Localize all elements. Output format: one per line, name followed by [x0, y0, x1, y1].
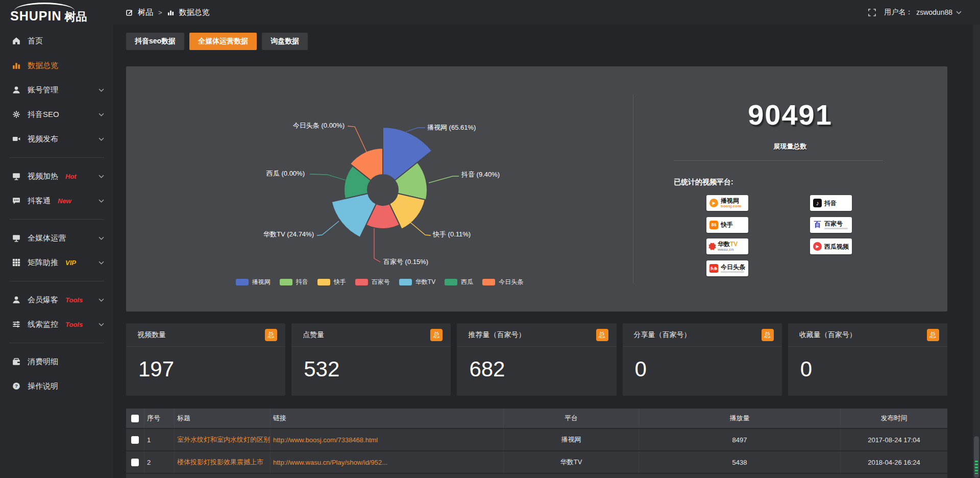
- row-checkbox[interactable]: [131, 436, 139, 444]
- user-menu[interactable]: 用户名：zswodun88: [884, 8, 962, 17]
- stat-card-header: 分享量（百家号）总: [623, 323, 782, 347]
- pie-leader-line: [374, 228, 380, 262]
- stat-card-header: 推荐量（百家号）总: [457, 323, 616, 347]
- legend-item-0[interactable]: 播视网: [236, 278, 271, 286]
- platform-name: 快手: [721, 222, 733, 228]
- tab-2[interactable]: 询盘数据: [262, 33, 308, 50]
- column-header-0[interactable]: 序号: [147, 414, 160, 423]
- boosj-logo-icon: ▶: [709, 199, 718, 207]
- tab-0[interactable]: 抖音seo数据: [126, 33, 184, 50]
- sidebar-item-wallet-15[interactable]: 消费明细: [0, 349, 113, 374]
- legend-swatch: [445, 279, 457, 285]
- pie-label: 播视网 (65.61%): [427, 124, 476, 131]
- tab-1[interactable]: 全媒体运营数据: [189, 33, 257, 50]
- table-row-0: 1室外水纹灯和室内水纹灯的区别和简介http://www.boosj.com/7…: [126, 429, 947, 451]
- sidebar-nav: 首页数据总览账号管理抖音SEO视频发布视频加热Hot抖客通New全媒体运营矩阵助…: [0, 25, 113, 478]
- legend-label: 今日头条: [499, 278, 523, 286]
- sidebar-item-monitor-6[interactable]: 视频加热Hot: [0, 164, 113, 188]
- cell-link[interactable]: http://www.wasu.cn/Play/show/id/952...: [273, 459, 387, 466]
- cell-title[interactable]: 楼体投影灯投影效果震撼上市: [177, 458, 263, 467]
- scrollbar-thumb[interactable]: [974, 436, 979, 478]
- sidebar-item-question-16[interactable]: ?操作说明: [0, 374, 113, 398]
- page-scrollbar[interactable]: [973, 25, 980, 478]
- total-badge: 总: [596, 329, 608, 341]
- chat-icon: [12, 197, 20, 205]
- legend-item-4[interactable]: 华数TV: [399, 278, 435, 286]
- column-header-2[interactable]: 链接: [273, 414, 286, 423]
- sidebar-item-user-12[interactable]: 会员爆客Tools: [0, 288, 113, 312]
- sidebar-item-label: 会员爆客: [28, 295, 58, 305]
- breadcrumb-current[interactable]: 数据总览: [179, 8, 210, 17]
- breadcrumb: 树品 > 数据总览: [126, 0, 210, 25]
- sidebar-item-label: 首页: [28, 36, 43, 46]
- legend-item-5[interactable]: 西瓜: [445, 278, 473, 286]
- legend-label: 百家号: [372, 278, 390, 286]
- stat-card-value: 532: [304, 357, 451, 381]
- legend-item-6[interactable]: 今日头条: [482, 278, 523, 286]
- pie-leader-line: [348, 126, 368, 155]
- column-header-3[interactable]: 平台: [565, 414, 578, 423]
- platform-name-suffix: TV: [730, 241, 738, 248]
- stat-card-3: 分享量（百家号）总0: [623, 323, 782, 396]
- chevron-down-icon: [99, 88, 104, 92]
- sidebar-item-label: 消费明细: [28, 357, 58, 367]
- top-header: SHUPIN 树品 树品 > 数据总览 用户名：zswodun88: [0, 0, 980, 25]
- sidebar-item-monitor-9[interactable]: 全媒体运营: [0, 226, 113, 250]
- pie-label: 百家号 (0.15%): [383, 258, 428, 266]
- sidebar-item-chart-1[interactable]: 数据总览: [0, 53, 113, 78]
- column-header-1[interactable]: 标题: [177, 414, 190, 423]
- breadcrumb-home[interactable]: 树品: [138, 8, 153, 17]
- legend-item-1[interactable]: 抖音: [280, 278, 308, 286]
- breadcrumb-separator: >: [158, 9, 162, 16]
- legend-swatch: [482, 279, 495, 285]
- total-badge: 总: [430, 329, 443, 341]
- stat-card-title: 视频数量: [137, 330, 166, 340]
- pie-leader-line: [406, 128, 425, 132]
- home-icon: [12, 37, 20, 45]
- pie-label: 今日头条 (0.00%): [293, 122, 345, 129]
- sidebar-item-tag: Hot: [65, 173, 77, 180]
- column-header-5[interactable]: 发布时间: [881, 414, 908, 423]
- chevron-down-icon: [99, 137, 104, 141]
- cell-title[interactable]: 室外水纹灯和室内水纹灯的区别和简介: [177, 435, 271, 444]
- monitor-icon: [12, 234, 20, 242]
- table-header-row: 序号标题链接平台播放量发布时间: [126, 409, 947, 429]
- brand-name-en: SHUPIN: [10, 10, 61, 22]
- platform-subtext: boosj.com: [721, 204, 741, 208]
- stat-card-title: 推荐量（百家号）: [468, 330, 525, 340]
- cell-plays: 8497: [732, 436, 747, 444]
- edit-square-icon: [126, 9, 133, 16]
- sidebar-item-grid-10[interactable]: 矩阵助推VIP: [0, 250, 113, 275]
- sidebar-item-video-4[interactable]: 视频发布: [0, 127, 113, 151]
- row-checkbox[interactable]: [131, 459, 139, 466]
- cell-link[interactable]: http://www.boosj.com/7338468.html: [273, 436, 378, 444]
- gear-icon: [12, 110, 20, 118]
- pie-slice-4[interactable]: [332, 194, 376, 237]
- sidebar-item-sliders-13[interactable]: 线索监控Tools: [0, 312, 113, 337]
- chevron-down-icon: [99, 261, 104, 265]
- stat-card-4: 收藏量（百家号）总0: [788, 323, 947, 396]
- wallet-icon: [12, 357, 20, 366]
- summary-panel: 90491 展现量总数 已统计的视频平台: ▶播视网boosj.com86快手华…: [633, 66, 947, 312]
- platform-subtext: wasu.cn: [718, 248, 738, 252]
- legend-swatch: [399, 279, 412, 285]
- douyin-logo-icon: ♪: [813, 199, 822, 207]
- user-icon: [12, 86, 20, 94]
- legend-item-3[interactable]: 百家号: [355, 278, 390, 286]
- total-badge: 总: [927, 329, 939, 341]
- sidebar-item-tag: Tools: [65, 296, 83, 304]
- sidebar-item-label: 线索监控: [28, 320, 58, 329]
- column-header-4[interactable]: 播放量: [730, 414, 750, 423]
- sidebar-item-home-0[interactable]: 首页: [0, 29, 113, 53]
- sidebar-item-user-2[interactable]: 账号管理: [0, 78, 113, 102]
- cell-time: 2018-04-26 16:24: [868, 459, 920, 466]
- chevron-down-icon: [99, 175, 104, 178]
- sidebar-item-gear-3[interactable]: 抖音SEO: [0, 102, 113, 127]
- fullscreen-icon[interactable]: [868, 9, 876, 16]
- sidebar-item-label: 操作说明: [28, 381, 58, 391]
- legend-item-2[interactable]: 快手: [317, 278, 346, 286]
- xigua-logo-icon: ▶: [813, 242, 822, 251]
- sidebar-item-chat-7[interactable]: 抖客通New: [0, 188, 113, 213]
- platform-subline: [721, 271, 744, 273]
- select-all-checkbox[interactable]: [131, 415, 139, 422]
